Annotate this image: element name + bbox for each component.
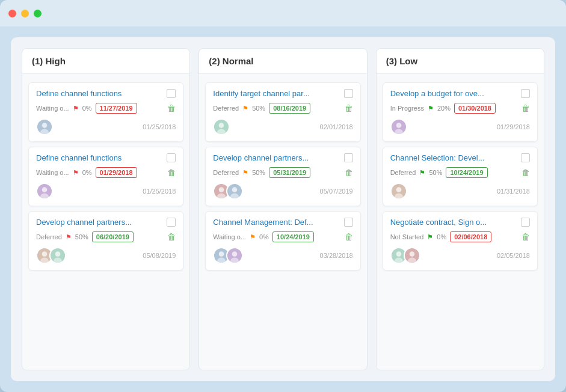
card-title[interactable]: Identify target channel par...	[213, 89, 340, 98]
close-button[interactable]	[8, 10, 16, 17]
task-card: Develop channel partners...Deferred⚑50%0…	[205, 147, 360, 206]
avatar	[390, 183, 407, 200]
card-checkbox[interactable]	[167, 89, 176, 98]
card-top-row: Define channel functions	[36, 89, 176, 98]
svg-point-11	[54, 257, 62, 263]
card-top-row: Identify target channel par...	[213, 89, 352, 98]
task-card: Define channel functionsWaiting o...⚑0%0…	[28, 147, 183, 206]
card-percent: 0%	[82, 169, 92, 176]
card-top-row: Develop a budget for ove...	[390, 89, 530, 98]
card-title[interactable]: Channel Management: Def...	[213, 218, 340, 227]
card-checkbox[interactable]	[521, 218, 530, 227]
card-title[interactable]: Develop channel partners...	[36, 218, 163, 227]
card-meta-row: Deferred⚑50%08/16/2019🗑	[213, 103, 352, 114]
card-footer-date: 02/05/2018	[497, 252, 530, 259]
priority-flag-icon: ⚑	[419, 169, 425, 177]
card-checkbox[interactable]	[521, 153, 530, 162]
card-title[interactable]: Define channel functions	[36, 89, 163, 98]
card-percent: 50%	[252, 169, 265, 176]
delete-icon[interactable]: 🗑	[521, 168, 530, 177]
card-footer: 02/01/2018	[213, 118, 352, 135]
card-footer: 02/05/2018	[390, 247, 530, 264]
avatar	[226, 183, 243, 200]
avatars-group	[36, 183, 49, 200]
avatar	[36, 183, 53, 200]
card-status: In Progress	[390, 105, 424, 112]
card-title[interactable]: Develop channel partners...	[213, 153, 340, 162]
card-status: Waiting o...	[213, 233, 246, 240]
priority-flag-icon: ⚑	[242, 105, 248, 112]
svg-point-37	[409, 251, 414, 257]
svg-point-5	[40, 193, 49, 199]
card-checkbox[interactable]	[344, 153, 353, 162]
priority-flag-icon: ⚑	[66, 233, 72, 241]
card-title[interactable]: Define channel functions	[36, 153, 163, 162]
delete-icon[interactable]: 🗑	[167, 232, 176, 242]
minimize-button[interactable]	[21, 10, 29, 17]
card-checkbox[interactable]	[167, 218, 176, 227]
card-title[interactable]: Channel Selection: Devel...	[390, 153, 517, 162]
svg-point-23	[217, 257, 226, 263]
card-status: Not Started	[390, 233, 424, 240]
avatar	[213, 118, 230, 135]
delete-icon[interactable]: 🗑	[345, 168, 353, 177]
card-status: Deferred	[213, 105, 239, 112]
avatars-group	[213, 247, 239, 264]
card-top-row: Develop channel partners...	[213, 153, 352, 162]
svg-point-2	[40, 129, 49, 135]
svg-point-38	[408, 257, 416, 263]
card-footer-date: 01/31/2018	[497, 188, 530, 195]
svg-point-4	[42, 187, 48, 192]
card-percent: 50%	[429, 169, 442, 176]
card-due-date: 01/30/2018	[454, 103, 496, 114]
card-title[interactable]: Negotiate contract, Sign o...	[390, 218, 517, 227]
avatars-group	[36, 247, 63, 264]
content-area: (1) HighDefine channel functionsWaiting …	[11, 37, 555, 381]
avatar	[49, 247, 66, 264]
card-top-row: Negotiate contract, Sign o...	[390, 218, 530, 227]
task-card: Identify target channel par...Deferred⚑5…	[205, 82, 360, 142]
svg-point-20	[230, 193, 239, 199]
delete-icon[interactable]: 🗑	[521, 103, 530, 113]
svg-point-35	[395, 257, 403, 263]
card-checkbox[interactable]	[167, 153, 176, 162]
avatars-group	[36, 118, 49, 135]
card-footer: 05/07/2019	[213, 183, 352, 200]
delete-icon[interactable]: 🗑	[521, 232, 530, 242]
svg-point-29	[395, 129, 403, 135]
delete-icon[interactable]: 🗑	[167, 103, 176, 113]
column-high: (1) HighDefine channel functionsWaiting …	[22, 48, 190, 370]
column-low: (3) LowDevelop a budget for ove...In Pro…	[376, 48, 544, 370]
delete-icon[interactable]: 🗑	[345, 232, 353, 242]
card-due-date: 05/31/2019	[269, 167, 310, 178]
card-title[interactable]: Develop a budget for ove...	[390, 89, 517, 98]
svg-point-1	[42, 123, 48, 128]
card-status: Deferred	[390, 169, 416, 176]
delete-icon[interactable]: 🗑	[345, 103, 353, 113]
delete-icon[interactable]: 🗑	[167, 168, 176, 177]
card-checkbox[interactable]	[344, 89, 353, 98]
card-status: Deferred	[36, 233, 62, 240]
column-header-low: (3) Low	[377, 49, 544, 74]
priority-flag-icon: ⚑	[428, 105, 434, 112]
card-footer-date: 03/28/2018	[320, 252, 353, 259]
avatar	[226, 247, 243, 264]
card-checkbox[interactable]	[521, 89, 530, 98]
card-top-row: Channel Selection: Devel...	[390, 153, 530, 162]
card-due-date: 10/24/2019	[272, 231, 314, 242]
priority-flag-icon: ⚑	[250, 233, 256, 241]
svg-point-22	[219, 251, 224, 257]
card-due-date: 01/29/2018	[96, 167, 137, 178]
maximize-button[interactable]	[34, 10, 42, 17]
card-checkbox[interactable]	[344, 218, 353, 227]
card-percent: 0%	[82, 105, 92, 112]
card-status: Waiting o...	[36, 105, 69, 112]
svg-point-8	[40, 257, 49, 263]
card-meta-row: Waiting o...⚑0%10/24/2019🗑	[213, 231, 352, 242]
card-meta-row: Deferred⚑50%06/20/2019🗑	[36, 231, 176, 242]
card-footer-date: 01/25/2018	[143, 188, 176, 195]
avatars-group	[390, 118, 404, 135]
svg-point-19	[232, 187, 238, 192]
card-footer: 01/29/2018	[390, 118, 530, 135]
card-percent: 20%	[437, 105, 451, 112]
